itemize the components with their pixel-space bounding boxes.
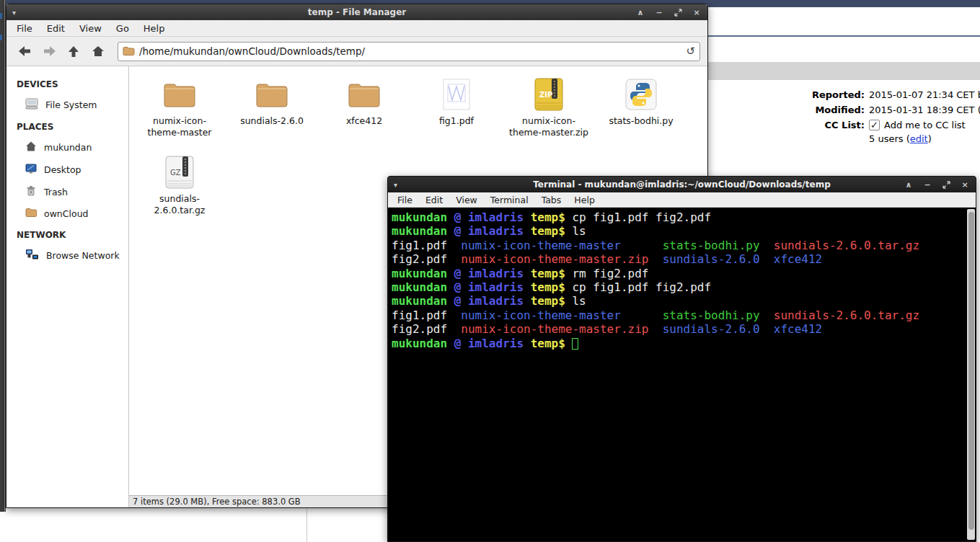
modified-row: Modified: 2015-01-31 18:39 CET (: [785, 105, 980, 115]
file-manager-menubar: FileEditViewGoHelp: [6, 20, 707, 37]
folder-icon: [255, 76, 289, 112]
path-bar[interactable]: /home/mukundan/ownCloud/Downloads/temp/ …: [118, 42, 700, 61]
forward-button[interactable]: [38, 41, 60, 61]
sidebar-item-label: File System: [45, 99, 97, 110]
terminal-menubar: FileEditViewTerminalTabsHelp: [388, 192, 976, 208]
reported-label: Reported:: [785, 89, 869, 100]
terminal-line: fig2.pdf numix-icon-theme-master.zip sun…: [392, 322, 964, 336]
file-item-fig1.pdf[interactable]: fig1.pdf: [410, 74, 503, 147]
sidebar-item-browse-network[interactable]: Browse Network: [6, 244, 128, 267]
file-label: sundials-2.6.0.tar.gz: [137, 193, 222, 216]
file-item-sundials-2.6.0[interactable]: sundials-2.6.0: [226, 74, 318, 147]
statusbar-text: 7 items (29.0 MB), Free space: 883.0 GB: [133, 497, 301, 507]
file-label: sundials-2.6.0: [240, 115, 304, 127]
terminal-title: Terminal - mukundan@imladris:~/ownCloud/…: [388, 179, 976, 190]
file-label: numix-icon-theme-master.zip: [506, 115, 591, 138]
zip-icon: ZIP: [534, 76, 564, 112]
terminal-output: mukundan @ imladris temp$ cp fig1.pdf fi…: [392, 210, 964, 350]
back-arrow-icon: [18, 45, 32, 57]
background-edge-mark: [0, 35, 2, 40]
minimize-button[interactable]: −: [922, 179, 932, 190]
minimize-button[interactable]: −: [654, 7, 664, 17]
file-item-sundials-2.6.0.tar.gz[interactable]: GZsundials-2.6.0.tar.gz: [133, 151, 226, 225]
shade-button[interactable]: ∧: [904, 179, 914, 190]
file-manager-menu-help[interactable]: Help: [136, 21, 172, 36]
up-arrow-icon: [68, 45, 79, 58]
file-item-xfce412[interactable]: xfce412: [318, 74, 410, 147]
terminal-menu-edit[interactable]: Edit: [419, 193, 449, 207]
terminal-menu-tabs[interactable]: Tabs: [535, 193, 568, 207]
up-button[interactable]: [63, 41, 84, 61]
background-edge-mark: [0, 13, 2, 19]
network-icon: [25, 249, 39, 262]
terminal-menu-view[interactable]: View: [449, 193, 484, 207]
back-button[interactable]: [14, 41, 35, 61]
sidebar-item-trash[interactable]: Trash: [6, 181, 128, 203]
modified-label: Modified:: [785, 105, 869, 115]
home-button[interactable]: [87, 41, 109, 61]
window-menu-icon[interactable]: ▾: [394, 181, 407, 189]
terminal-menu-help[interactable]: Help: [568, 193, 601, 207]
terminal-scrollbar-thumb[interactable]: [968, 212, 974, 530]
file-manager-menu-go[interactable]: Go: [109, 21, 136, 36]
terminal-line: mukundan @ imladris temp$: [392, 337, 964, 350]
close-button[interactable]: ×: [692, 7, 702, 17]
folder-icon: [347, 76, 381, 112]
sidebar-item-desktop[interactable]: Desktop: [6, 159, 128, 181]
reported-row: Reported: 2015-01-07 21:34 CET b: [785, 89, 980, 100]
terminal-menu-file[interactable]: File: [391, 193, 419, 207]
home-icon: [25, 141, 37, 154]
folder16-icon: [25, 208, 37, 220]
add-me-cc-checkbox[interactable]: ✓: [869, 120, 880, 130]
modified-value: 2015-01-31 18:39 CET (: [869, 105, 980, 115]
python-icon: [624, 76, 658, 112]
file-manager-titlebar[interactable]: ▾ temp - File Manager ∧ − ×: [6, 4, 707, 20]
terminal-line: fig1.pdf numix-icon-theme-master stats-b…: [392, 239, 964, 252]
reported-value: 2015-01-07 21:34 CET b: [869, 89, 980, 100]
folder-icon: [162, 76, 197, 112]
shade-button[interactable]: ∧: [635, 7, 645, 17]
sidebar-item-label: Desktop: [44, 164, 81, 175]
file-manager-sidebar: DEVICESFile SystemPLACESmukundanDesktopT…: [6, 66, 129, 507]
file-manager-menu-edit[interactable]: Edit: [40, 21, 72, 36]
desktop: { "colors": { "titlebar_dark": "#2e2e2e"…: [0, 0, 980, 542]
terminal-cursor: [572, 338, 578, 350]
svg-text:ZIP: ZIP: [539, 91, 552, 99]
terminal-line: mukundan @ imladris temp$ cp fig1.pdf fi…: [392, 210, 964, 224]
terminal-scrollbar[interactable]: [967, 209, 975, 540]
file-label: stats-bodhi.py: [609, 115, 673, 127]
window-menu-icon[interactable]: ▾: [12, 9, 25, 17]
cc-edit-link[interactable]: edit: [910, 133, 928, 144]
forward-arrow-icon: [43, 45, 56, 57]
terminal-window: ▾ Terminal - mukundan@imladris:~/ownClou…: [387, 176, 976, 542]
terminal-line: mukundan @ imladris temp$ cp fig1.pdf fi…: [392, 280, 964, 294]
filesystem-icon: [25, 98, 38, 112]
file-item-numix-icon-theme-master.zip[interactable]: ZIPnumix-icon-theme-master.zip: [503, 74, 595, 147]
sidebar-item-owncloud[interactable]: ownCloud: [6, 203, 128, 224]
maximize-button[interactable]: [673, 7, 683, 17]
file-manager-menu-view[interactable]: View: [72, 21, 109, 36]
maximize-icon: [943, 181, 950, 189]
folder-icon: [123, 46, 135, 56]
file-item-numix-icon-theme-master[interactable]: numix-icon-theme-master: [133, 74, 226, 147]
close-button[interactable]: ×: [960, 179, 970, 190]
terminal-titlebar[interactable]: ▾ Terminal - mukundan@imladris:~/ownClou…: [388, 177, 976, 192]
sidebar-item-file-system[interactable]: File System: [6, 94, 128, 116]
checkmark-icon: ✓: [870, 120, 878, 130]
sidebar-header-network: NETWORK: [6, 224, 128, 244]
maximize-button[interactable]: [941, 179, 951, 190]
sidebar-item-label: Trash: [44, 187, 68, 197]
background-window-edge: [0, 0, 6, 512]
background-grey-band: [707, 62, 980, 80]
terminal-screen[interactable]: mukundan @ imladris temp$ cp fig1.pdf fi…: [388, 208, 976, 541]
background-table-border: [306, 508, 307, 542]
sidebar-header-places: PLACES: [6, 116, 128, 136]
file-item-stats-bodhi.py[interactable]: stats-bodhi.py: [595, 74, 687, 147]
path-input[interactable]: /home/mukundan/ownCloud/Downloads/temp/: [139, 45, 681, 57]
sidebar-item-label: mukundan: [44, 142, 92, 153]
reload-icon[interactable]: ↺: [686, 46, 695, 57]
terminal-menu-terminal[interactable]: Terminal: [484, 193, 535, 207]
file-manager-menu-file[interactable]: File: [9, 21, 40, 36]
cc-checkbox-label: Add me to CC list: [884, 120, 966, 130]
sidebar-item-mukundan[interactable]: mukundan: [6, 136, 128, 159]
